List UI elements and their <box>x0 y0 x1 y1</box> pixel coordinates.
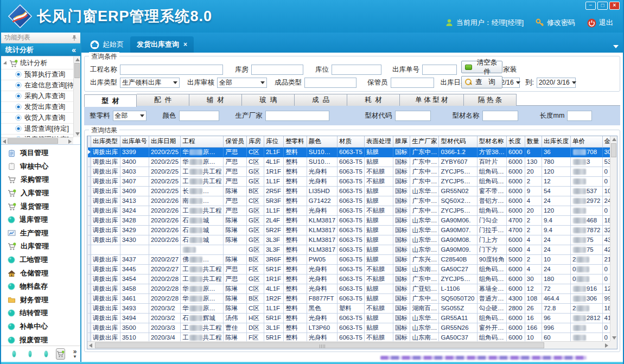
cell[interactable]: 国标 <box>393 157 410 167</box>
minimize-button[interactable]: − <box>585 2 596 10</box>
date-to-picker[interactable]: 2020/ 3/16 <box>537 78 576 88</box>
cell[interactable]: 调拨出库 <box>91 215 120 225</box>
cell[interactable]: 120 <box>542 167 570 176</box>
cell[interactable]: 调拨出库 <box>91 176 120 186</box>
cell[interactable] <box>224 245 247 254</box>
tab-shipment-outbound-query[interactable]: 发货出库查询 × <box>130 36 194 53</box>
cell[interactable]: 468 <box>570 215 602 225</box>
cell[interactable]: 不贴膜 <box>364 274 393 284</box>
cell[interactable]: C区 <box>246 147 264 157</box>
cell[interactable]: 3R6F <box>264 254 283 264</box>
cell[interactable]: 贴膜 <box>364 215 393 225</box>
cell[interactable]: 广东中… <box>410 293 439 303</box>
cell[interactable]: 20 <box>525 167 542 176</box>
cell[interactable]: C28540B <box>439 254 477 264</box>
cell[interactable]: 2 <box>525 254 542 264</box>
cell[interactable]: G区 <box>246 206 264 215</box>
cell[interactable]: 2020/2/27 <box>149 254 180 264</box>
cell[interactable]: 6063-T5 <box>338 274 365 284</box>
table-row[interactable]: 调拨出库34302020/2/26石城陈琳G区3L3F整料KLM38176063… <box>88 235 617 245</box>
cell[interactable]: GA90M07. <box>439 225 477 235</box>
sidebar-item-8[interactable]: 工地管理 <box>1 253 80 267</box>
column-header-5[interactable]: 库房 <box>246 136 264 147</box>
cart-button[interactable] <box>56 348 65 360</box>
cell[interactable]: 国标 <box>393 274 410 284</box>
cell[interactable]: 整料 <box>284 157 307 167</box>
sidebar-item-4[interactable]: 退货管理 <box>1 200 80 213</box>
cell[interactable]: 12 <box>542 176 570 186</box>
sidebar-item-3[interactable]: 入库管理 <box>1 187 80 200</box>
cell[interactable]: 不贴膜 <box>364 167 393 176</box>
cell[interactable]: 国标 <box>393 196 410 206</box>
cell[interactable]: 96 <box>542 313 570 323</box>
cell[interactable]: 国标 <box>393 245 410 254</box>
tree-item-1[interactable]: 在途信息查询[待 <box>1 80 73 91</box>
close-button[interactable]: × <box>609 2 620 10</box>
cell[interactable]: 3429 <box>120 225 149 235</box>
cell[interactable]: 调拨出库 <box>91 186 120 196</box>
cell[interactable]: 6000 <box>507 206 525 215</box>
circle-icon[interactable] <box>12 350 16 357</box>
cell[interactable]: 国标 <box>393 235 410 245</box>
cell[interactable]: 0 <box>570 264 602 274</box>
cell[interactable]: 6000 <box>507 147 525 157</box>
circle-icon[interactable] <box>28 350 33 357</box>
table-row[interactable]: 调拨出库34612020/2/28华原…陈琳B区1R2F整料F8877FT606… <box>88 293 617 303</box>
cell[interactable]: 24 <box>542 264 570 274</box>
cell[interactable]: B区 <box>246 293 264 303</box>
sidebar-item-7[interactable]: 出库管理 <box>1 240 80 253</box>
cell[interactable]: 1R1F <box>264 167 283 176</box>
cell[interactable]: 贴膜 <box>364 313 393 323</box>
cell[interactable]: 72.8 <box>542 303 570 313</box>
table-row[interactable]: 调拨出库34582020/2/28华原…陈琳C区4L1F整料光身料6063-T5… <box>88 284 617 293</box>
cell[interactable]: 石城 <box>181 225 224 235</box>
cell[interactable]: 光身料 <box>307 274 337 284</box>
cell[interactable]: 2020/2/25 <box>149 157 180 167</box>
cell[interactable]: ZYCJP5… <box>439 176 477 186</box>
material-tab-6[interactable]: 单 体 型 材 <box>400 94 464 106</box>
cell[interactable]: L-1106 <box>439 284 477 293</box>
cell[interactable]: 75 <box>570 245 602 254</box>
cell[interactable]: 国标 <box>393 313 410 323</box>
search-button[interactable]: 查 询 <box>461 76 502 88</box>
cell[interactable]: 26 <box>525 303 542 313</box>
cell[interactable]: G区 <box>246 274 264 284</box>
cell[interactable]: 整料 <box>284 254 307 264</box>
manufacturer-input[interactable] <box>265 111 329 121</box>
cell[interactable]: 2020/3/2 <box>149 303 180 313</box>
cell[interactable]: 广东中… <box>410 167 439 176</box>
cell[interactable]: 708 <box>570 147 602 157</box>
cell[interactable]: 3445 <box>120 264 149 274</box>
cell[interactable]: 陈琳 <box>224 235 247 245</box>
cell[interactable]: 16 <box>525 313 542 323</box>
cell[interactable] <box>149 245 180 254</box>
cell[interactable]: 湖南百… <box>410 303 439 313</box>
cell[interactable]: 光身料 <box>307 313 337 323</box>
cell[interactable]: 陈琳 <box>224 215 247 225</box>
cell[interactable]: 广东中… <box>410 274 439 284</box>
cell[interactable] <box>91 245 120 254</box>
cell[interactable]: 3L3F <box>264 245 283 254</box>
cell[interactable]: 调拨出库 <box>91 206 120 215</box>
project-name-input[interactable] <box>120 65 223 75</box>
cell[interactable]: 3L3F <box>264 235 283 245</box>
cell[interactable]: 3458 <box>120 284 149 293</box>
sidebar-item-6[interactable]: 生产管理 <box>1 227 80 240</box>
table-row[interactable]: 调拨出库34942020/3/2石辉城汤伟H区5R1F整料光身料6063-T5贴… <box>88 313 617 323</box>
cell[interactable]: 陈琳 <box>224 254 247 264</box>
profile-code-input[interactable] <box>395 111 431 121</box>
cell[interactable]: 整料 <box>284 186 307 196</box>
cell[interactable]: 130 <box>525 157 542 167</box>
cell[interactable]: LI35HD <box>307 186 337 196</box>
cell[interactable]: ZYCJP5… <box>439 167 477 176</box>
cell[interactable]: KLM3817 <box>307 245 337 254</box>
cell[interactable]: 120 <box>542 206 570 215</box>
table-row[interactable]: 调拨出库34292020/2/26石城陈琳G区5R2F整料KLM38176063… <box>88 225 617 235</box>
cell[interactable]: 汤伟 <box>224 313 247 323</box>
cell[interactable]: 调拨出库 <box>91 313 120 323</box>
cell[interactable]: G区 <box>246 215 264 225</box>
cell[interactable]: 54 <box>542 186 570 196</box>
cell[interactable]: 严思 <box>224 157 247 167</box>
material-tab-4[interactable]: 成 品 <box>295 94 347 106</box>
cell[interactable]: 10 <box>542 254 570 264</box>
